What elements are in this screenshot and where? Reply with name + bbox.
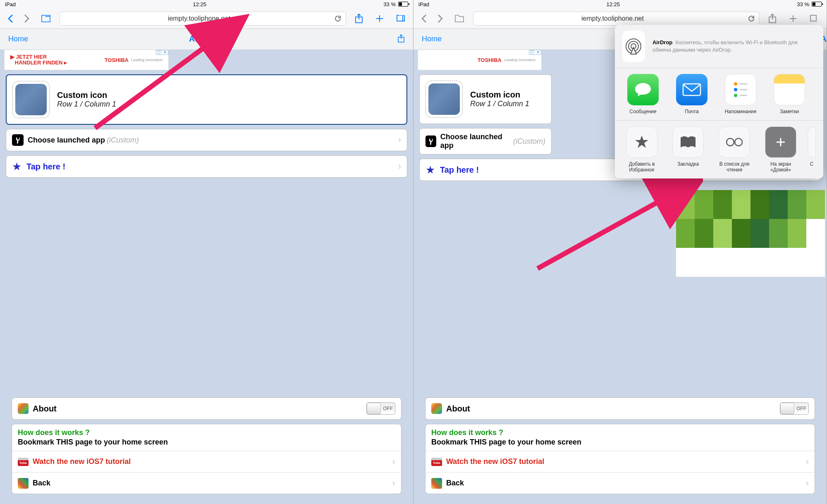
ad-banner[interactable]: TOSHIBALeading Innovation ⓘ ✕ xyxy=(418,50,542,70)
custom-icon-title: Custom icon xyxy=(470,90,529,100)
watch-tutorial-row[interactable]: Tube Watch the new iOS7 tutorial › xyxy=(12,451,401,472)
star-icon: ★ xyxy=(12,160,22,173)
back-row[interactable]: Back › xyxy=(425,472,815,494)
tap-here-label: Tap here ! xyxy=(440,165,479,175)
wrench-icon xyxy=(425,136,436,147)
airdrop-row[interactable]: AirDrop. Коснитесь, чтобы включить Wi-Fi… xyxy=(615,25,823,68)
share-app-label: Почта xyxy=(685,109,698,114)
how-it-works-label: How does it works ? xyxy=(18,428,395,437)
custom-icon-title: Custom icon xyxy=(57,90,116,100)
custom-icon-subtitle: Row 1 / Column 1 xyxy=(470,100,529,108)
tap-here-card[interactable]: ★ Tap here ! › xyxy=(6,155,407,178)
new-tab-button[interactable] xyxy=(375,14,384,23)
watch-tutorial-label: Watch the new iOS7 tutorial xyxy=(446,457,544,466)
action-add-favorite[interactable]: Добавить в Избранное xyxy=(622,126,661,173)
reminders-icon xyxy=(725,74,756,105)
ad-banner[interactable]: ▶ JETZT HIER HÄNDLER FINDEN ▸ TOSHIBALea… xyxy=(4,50,169,70)
airdrop-icon xyxy=(622,31,645,62)
custom-icon-subtitle: Row 1 / Column 1 xyxy=(57,100,116,108)
launched-app-card[interactable]: Choose launched app (iCustom) › xyxy=(6,129,407,151)
wrench-icon xyxy=(12,134,24,146)
launched-app-label: Choose launched app xyxy=(440,133,511,150)
back-label: Back xyxy=(446,479,464,487)
back-icon xyxy=(431,478,442,489)
url-bar[interactable]: iempty.tooliphone.net xyxy=(60,12,346,26)
action-reading-list[interactable]: В список для чтения xyxy=(715,126,754,173)
home-link[interactable]: Home xyxy=(8,35,28,43)
preview-image xyxy=(676,190,825,277)
back-row[interactable]: Back › xyxy=(12,472,401,494)
airdrop-name: AirDrop xyxy=(653,39,672,45)
status-bar: iPad 12:25 33 % xyxy=(0,0,413,8)
book-icon xyxy=(672,126,704,158)
launched-app-hint: (iCustom) xyxy=(513,137,545,146)
share-sheet: AirDrop. Коснитесь, чтобы включить Wi-Fi… xyxy=(615,25,823,178)
svg-point-18 xyxy=(727,138,734,146)
back-label: Back xyxy=(33,479,50,487)
share-mail[interactable]: Почта xyxy=(671,74,712,114)
adchoices-icon[interactable]: ⓘ ✕ xyxy=(529,50,541,55)
home-link[interactable]: Home xyxy=(422,35,442,43)
notes-icon xyxy=(774,74,805,105)
share-action-label: В список для чтения xyxy=(715,161,754,173)
action-add-to-home[interactable]: На экран «Домой» xyxy=(761,126,800,173)
share-messages[interactable]: Сообщение xyxy=(622,74,664,114)
chevron-right-icon: › xyxy=(398,135,401,145)
back-icon xyxy=(18,478,29,489)
about-toggle[interactable]: OFF xyxy=(780,402,809,415)
share-button[interactable] xyxy=(768,13,777,24)
share-action-label: Добавить в Избранное xyxy=(622,161,661,173)
chevron-right-icon: › xyxy=(806,478,809,489)
about-toggle[interactable]: OFF xyxy=(366,402,395,415)
watch-tutorial-label: Watch the new iOS7 tutorial xyxy=(33,457,131,466)
about-card[interactable]: About OFF xyxy=(425,397,815,420)
battery-icon xyxy=(812,2,822,7)
status-bar: iPad 12:25 33 % xyxy=(414,0,827,8)
reload-button[interactable] xyxy=(334,15,342,22)
share-button[interactable] xyxy=(354,13,363,24)
share-notes[interactable]: Заметки xyxy=(769,74,810,114)
about-icon xyxy=(431,403,442,414)
custom-icon-card[interactable]: Custom icon Row 1 / Column 1 xyxy=(419,74,552,124)
svg-rect-11 xyxy=(683,84,700,95)
share-action-label: На экран «Домой» xyxy=(761,161,800,173)
share-reminders[interactable]: Напоминания xyxy=(720,74,761,114)
svg-point-14 xyxy=(734,94,737,97)
new-tab-button[interactable] xyxy=(789,14,798,23)
mail-icon xyxy=(676,74,707,105)
tap-here-label: Tap here ! xyxy=(26,162,65,171)
pane-left: iPad 12:25 33 % iempty.tooliphone.net Ho… xyxy=(0,0,414,504)
chevron-right-icon: › xyxy=(398,161,401,172)
watch-tutorial-row[interactable]: Tube Watch the new iOS7 tutorial › xyxy=(425,451,815,472)
share-app-label: Сообщение xyxy=(629,109,656,114)
messages-icon xyxy=(627,74,659,105)
battery-percent: 33 % xyxy=(383,1,396,7)
icon-thumbnail xyxy=(12,81,50,118)
launched-app-card[interactable]: Choose launched app (iCustom) xyxy=(419,128,552,155)
custom-icon-card[interactable]: Custom icon Row 1 / Column 1 xyxy=(6,74,407,125)
tabs-button[interactable] xyxy=(396,14,406,23)
page-share-button[interactable] xyxy=(397,34,405,45)
how-it-works-label: How does it works ? xyxy=(431,428,809,437)
tabs-button[interactable] xyxy=(809,14,819,23)
action-bookmark[interactable]: Закладка xyxy=(669,126,707,173)
safari-toolbar: iempty.tooliphone.net xyxy=(0,8,413,29)
action-more[interactable]: С xyxy=(808,126,816,173)
about-card[interactable]: About OFF xyxy=(12,397,402,420)
bookmarks-button[interactable] xyxy=(454,14,465,23)
info-card: How does it works ? Bookmark THIS page t… xyxy=(12,424,402,494)
airdrop-desc: . Коснитесь, чтобы включить Wi-Fi и Blue… xyxy=(653,39,798,53)
reload-button[interactable] xyxy=(748,15,755,22)
back-button[interactable] xyxy=(421,14,427,23)
url-text: iempty.tooliphone.net xyxy=(64,15,334,22)
clock: 12:25 xyxy=(193,1,206,7)
adchoices-icon[interactable]: ⓘ ✕ xyxy=(156,50,168,55)
bookmarks-button[interactable] xyxy=(41,14,51,23)
device-label: iPad xyxy=(418,1,429,7)
svg-rect-2 xyxy=(399,14,404,15)
launched-app-label: Choose launched app xyxy=(28,136,105,145)
pane-right: iPad 12:25 33 % iempty.tooliphone.net Ho… xyxy=(414,0,827,504)
chevron-right-icon: › xyxy=(392,478,395,489)
url-bar[interactable]: iempty.tooliphone.net xyxy=(473,12,760,26)
back-button[interactable] xyxy=(7,14,13,23)
